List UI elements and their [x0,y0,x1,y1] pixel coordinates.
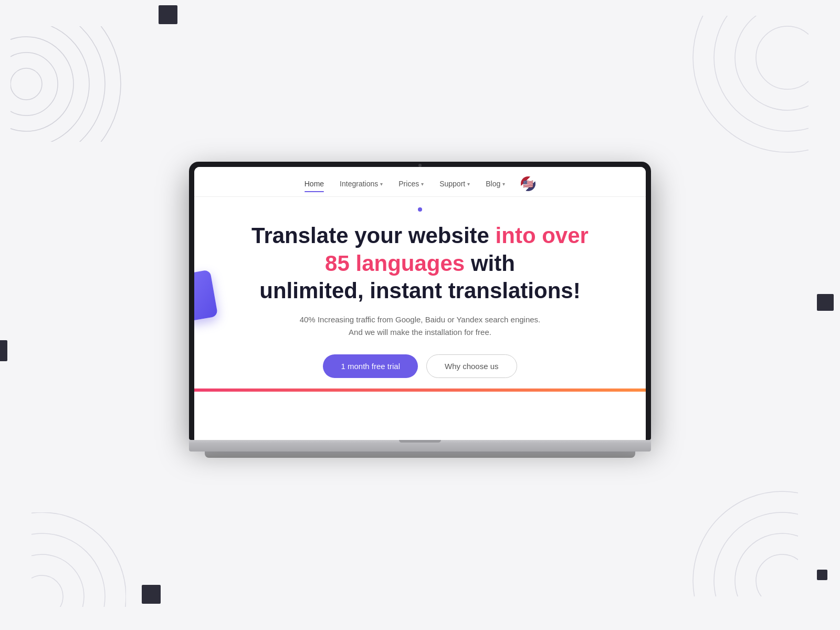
laptop-stand [205,452,635,458]
slide-indicator [194,197,646,217]
hero-section: Translate your website into over 85 lang… [194,217,646,388]
chevron-down-icon: ▾ [380,181,383,187]
bottom-accent-strip [194,388,646,392]
navigation: Home Integrations ▾ Prices ▾ Support ▾ [194,167,646,196]
chevron-down-icon: ▾ [467,181,470,187]
laptop-screen-bezel: Home Integrations ▾ Prices ▾ Support ▾ [189,162,651,440]
hero-title: Translate your website into over 85 lang… [215,222,625,305]
screen-content: Home Integrations ▾ Prices ▾ Support ▾ [194,167,646,440]
why-choose-us-button[interactable]: Why choose us [426,354,517,378]
nav-integrations[interactable]: Integrations ▾ [340,180,383,188]
active-dot [418,207,422,212]
camera-notch [418,164,422,167]
nav-support[interactable]: Support ▾ [439,180,470,188]
chevron-down-icon: ▾ [421,181,424,187]
trackpad-notch [399,440,441,443]
chevron-down-icon: ▾ [502,181,505,187]
hero-subtitle: 40% Increasing traffic from Google, Baid… [215,313,625,339]
page-wrapper: Home Integrations ▾ Prices ▾ Support ▾ [0,0,840,630]
nav-prices[interactable]: Prices ▾ [398,180,424,188]
laptop-mockup: Home Integrations ▾ Prices ▾ Support ▾ [189,162,651,458]
nav-blog[interactable]: Blog ▾ [486,180,505,188]
laptop-screen: Home Integrations ▾ Prices ▾ Support ▾ [194,167,646,440]
cta-button-group: 1 month free trial Why choose us [215,354,625,378]
language-flag[interactable]: 🇺🇸 [521,176,536,191]
nav-home[interactable]: Home [304,180,324,188]
free-trial-button[interactable]: 1 month free trial [323,354,418,378]
laptop-base [189,440,651,452]
